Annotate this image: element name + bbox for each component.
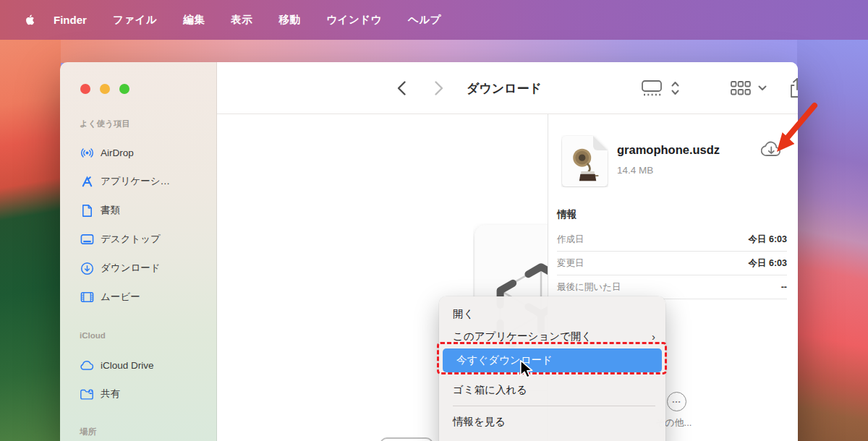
- sidebar-item-label: デスクトップ: [101, 233, 161, 246]
- menubar-item-file[interactable]: ファイル: [113, 13, 157, 27]
- file-thumbnail[interactable]: [561, 135, 608, 187]
- applications-icon: [80, 174, 94, 189]
- toolbar: ダウンロード: [217, 62, 798, 114]
- file-name: gramophone.usdz: [617, 143, 720, 157]
- shared-folder-icon: [80, 387, 94, 401]
- mouse-cursor: [518, 359, 535, 380]
- info-rows: 作成日 今日 6:03 変更日 今日 6:03 最後に開いた日 --: [557, 228, 787, 299]
- info-row-modified: 変更日 今日 6:03: [557, 252, 787, 275]
- menubar-item-help[interactable]: ヘルプ: [408, 13, 441, 27]
- window-title: ダウンロード: [467, 62, 542, 114]
- sidebar-header-favorites: よく使う項目: [80, 119, 216, 129]
- info-row-created: 作成日 今日 6:03: [557, 228, 787, 252]
- movies-icon: [80, 290, 94, 304]
- forward-button[interactable]: [434, 62, 444, 114]
- file-size: 14.4 MB: [617, 165, 653, 176]
- sidebar-item-label: 共有: [101, 388, 120, 401]
- menubar-app-name[interactable]: Finder: [54, 14, 87, 26]
- desktop-wallpaper-top: [61, 40, 797, 63]
- group-button[interactable]: [730, 62, 752, 114]
- airdrop-icon: [80, 145, 94, 160]
- sidebar-item-label: アプリケーシ…: [101, 175, 170, 188]
- desktop-icon: [80, 232, 94, 247]
- downloads-icon: [80, 261, 94, 275]
- zoom-button[interactable]: [119, 84, 129, 94]
- menubar-item-go[interactable]: 移動: [278, 13, 300, 27]
- sidebar-item-desktop[interactable]: デスクトップ: [60, 225, 216, 254]
- sidebar-item-label: AirDrop: [101, 147, 134, 158]
- sidebar-item-label: 書類: [101, 204, 120, 217]
- sidebar-item-movies[interactable]: ムービー: [60, 283, 216, 312]
- window-controls: [80, 84, 129, 94]
- sidebar: よく使う項目 AirDrop アプリケーシ… 書類: [60, 62, 217, 441]
- gallery-strip-thumbnail[interactable]: [380, 437, 433, 441]
- view-mode-button[interactable]: [641, 62, 663, 114]
- menu-divider: [453, 406, 655, 406]
- icloud-drive-icon: [80, 358, 94, 372]
- sidebar-header-icloud: iCloud: [80, 331, 216, 342]
- sidebar-item-label: iCloud Drive: [101, 360, 154, 371]
- sidebar-item-airdrop[interactable]: AirDrop: [60, 138, 216, 167]
- menubar-item-window[interactable]: ウインドウ: [326, 13, 382, 27]
- finder-window: よく使う項目 AirDrop アプリケーシ… 書類: [60, 62, 798, 441]
- back-button[interactable]: [396, 62, 407, 114]
- menu-item-get-info[interactable]: 情報を見る: [439, 411, 665, 433]
- sidebar-item-icloud-drive[interactable]: iCloud Drive: [60, 351, 216, 380]
- menu-item-open[interactable]: 開く: [439, 303, 665, 325]
- sidebar-item-label: ダウンロード: [101, 262, 161, 275]
- info-section-header: 情報: [557, 208, 576, 221]
- sidebar-item-applications[interactable]: アプリケーシ…: [60, 167, 216, 196]
- submenu-chevron-icon: ›: [652, 330, 655, 343]
- red-dashed-highlight: [437, 342, 667, 374]
- sidebar-item-downloads[interactable]: ダウンロード: [60, 254, 216, 283]
- menu-item-move-to-trash[interactable]: ゴミ箱に入れる: [439, 379, 665, 401]
- sidebar-item-documents[interactable]: 書類: [60, 196, 216, 225]
- sidebar-item-label: ムービー: [101, 291, 140, 304]
- more-ellipsis-button[interactable]: …: [667, 392, 686, 411]
- view-mode-chevrons-icon[interactable]: [671, 62, 680, 114]
- menu-bar: Finder ファイル 編集 表示 移動 ウインドウ ヘルプ: [0, 0, 868, 40]
- desktop-wallpaper-left: [0, 40, 61, 441]
- menubar-item-view[interactable]: 表示: [231, 13, 252, 27]
- red-arrow-annotation: [752, 95, 825, 160]
- documents-icon: [80, 203, 94, 218]
- apple-icon[interactable]: [22, 12, 36, 29]
- close-button[interactable]: [80, 84, 90, 94]
- sidebar-header-locations: 場所: [80, 427, 216, 437]
- menubar-item-edit[interactable]: 編集: [183, 13, 205, 27]
- sidebar-item-shared[interactable]: 共有: [60, 380, 216, 408]
- minimize-button[interactable]: [100, 84, 110, 94]
